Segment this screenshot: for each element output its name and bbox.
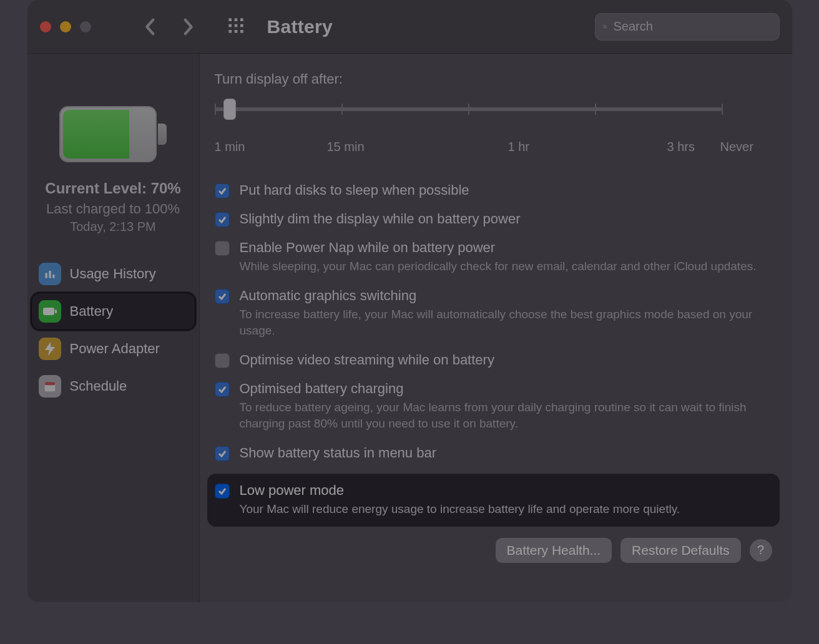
svg-line-10 [606,27,606,27]
footer-buttons: Battery Health... Restore Defaults ? [215,538,777,563]
svg-rect-2 [240,18,243,21]
svg-rect-1 [234,18,237,21]
nav-arrows [141,17,197,36]
option-label: Automatic graphics switching [240,288,758,304]
svg-marker-16 [45,342,55,356]
svg-rect-11 [45,273,47,278]
window-title: Battery [267,16,333,37]
option-dim-display[interactable]: Slightly dim the display while on batter… [215,211,777,227]
restore-defaults-button[interactable]: Restore Defaults [620,538,740,563]
minimize-window-button[interactable] [60,21,71,32]
search-field-wrap[interactable] [595,13,780,41]
checkbox-icon[interactable] [215,289,230,304]
svg-rect-14 [43,308,54,315]
option-label: Optimise video streaming while on batter… [240,352,494,368]
forward-button[interactable] [179,17,197,36]
svg-rect-4 [234,24,237,27]
option-description: While sleeping, your Mac can periodicall… [240,258,757,275]
option-label: Slightly dim the display while on batter… [240,211,521,227]
sidebar-item-usage-history[interactable]: Usage History [32,256,194,291]
fullscreen-window-button[interactable] [80,21,91,32]
option-description: Your Mac will reduce energy usage to inc… [240,501,680,518]
battery-level-graphic [59,106,167,162]
sidebar-item-label: Usage History [70,266,156,282]
option-label: Low power mode [240,482,680,499]
slider-tick-label: 1 hr [508,140,529,154]
option-power-nap[interactable]: Enable Power Nap while on battery power … [215,240,777,275]
slider-tick-label: Never [720,140,753,154]
svg-rect-13 [52,275,54,278]
help-button[interactable]: ? [750,539,772,562]
display-off-slider[interactable] [215,99,722,135]
sidebar-item-label: Power Adapter [70,341,160,357]
search-input[interactable] [614,19,772,34]
back-button[interactable] [141,17,160,36]
show-all-icon[interactable] [227,17,245,37]
slider-tick-label: 3 hrs [667,140,695,154]
lightning-icon [39,338,61,360]
checkbox-icon[interactable] [215,183,230,198]
sidebar-item-label: Schedule [70,378,127,394]
calendar-icon [39,375,61,398]
toolbar: Battery [27,0,792,54]
sidebar-item-schedule[interactable]: Schedule [32,369,194,404]
checkbox-icon[interactable] [215,382,230,397]
svg-rect-12 [49,271,51,278]
checkbox-icon[interactable] [215,212,230,227]
option-optimise-video[interactable]: Optimise video streaming while on batter… [215,352,777,368]
slider-thumb[interactable] [223,99,236,120]
sidebar-menu: Usage History Battery Power Adapter [27,256,199,404]
sidebar: Current Level: 70% Last charged to 100% … [27,54,200,602]
sidebar-item-power-adapter[interactable]: Power Adapter [32,331,194,366]
svg-rect-18 [44,382,55,385]
content-pane: Turn display off after: 1 min 15 min 1 h… [200,54,792,602]
checkbox-icon[interactable] [215,241,230,256]
svg-rect-6 [228,30,232,33]
battery-health-button[interactable]: Battery Health... [496,538,612,563]
option-hard-disks-sleep[interactable]: Put hard disks to sleep when possible [215,182,777,198]
svg-rect-15 [55,310,57,313]
slider-tick-label: 15 min [327,140,365,154]
battery-icon [39,300,61,323]
svg-rect-8 [240,30,243,33]
last-charged-label: Last charged to 100% [27,201,199,217]
svg-rect-0 [228,18,232,21]
option-description: To reduce battery ageing, your Mac learn… [240,399,758,432]
sidebar-item-label: Battery [70,303,114,320]
option-label: Show battery status in menu bar [240,445,437,461]
turn-display-off-label: Turn display off after: [215,71,777,87]
option-menu-bar-status[interactable]: Show battery status in menu bar [215,445,777,461]
option-label: Optimised battery charging [240,381,758,397]
last-charged-time-label: Today, 2:13 PM [27,220,199,234]
option-optimised-charging[interactable]: Optimised battery charging To reduce bat… [215,381,777,432]
bar-chart-icon [39,263,61,285]
close-window-button[interactable] [40,21,51,32]
checkbox-icon[interactable] [215,353,230,368]
option-low-power-mode[interactable]: Low power mode Your Mac will reduce ener… [207,474,780,527]
option-description: To increase battery life, your Mac will … [240,306,758,339]
svg-rect-7 [234,30,237,33]
option-label: Enable Power Nap while on battery power [240,240,757,256]
checkbox-icon[interactable] [215,446,230,461]
svg-rect-5 [240,24,243,27]
current-level-label: Current Level: 70% [27,180,199,197]
option-graphics-switching[interactable]: Automatic graphics switching To increase… [215,288,777,339]
option-label: Put hard disks to sleep when possible [240,182,469,198]
svg-rect-3 [228,24,232,27]
svg-point-9 [603,25,606,27]
system-preferences-window: Battery Current Level: 70% Last charged … [27,0,792,602]
battery-info: Current Level: 70% Last charged to 100% … [27,180,199,234]
sidebar-item-battery[interactable]: Battery [32,294,194,329]
slider-tick-label: 1 min [215,140,245,154]
checkbox-icon[interactable] [215,484,230,499]
window-controls [40,21,91,32]
